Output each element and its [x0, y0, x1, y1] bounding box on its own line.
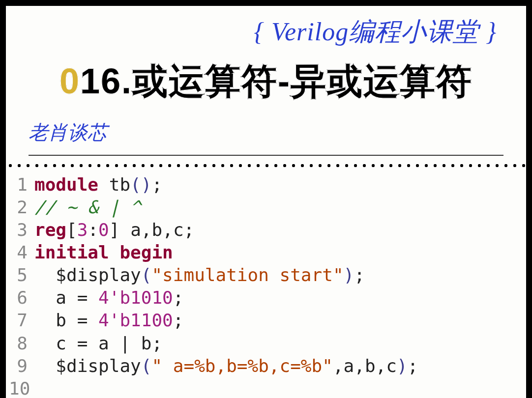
- code-line: 8 c = a | b;: [9, 332, 526, 355]
- code-line: 2// ~ & | ^: [9, 196, 526, 219]
- author-name: 老肖谈芯: [29, 119, 506, 146]
- token-punct: ;: [173, 310, 184, 330]
- token-ident: tb: [98, 174, 130, 195]
- line-number: 9: [9, 355, 34, 377]
- code-content: $display("simulation start");: [34, 264, 365, 286]
- token-punct: ,: [162, 220, 173, 240]
- code-line: 6 a = 4'b1010;: [9, 286, 526, 309]
- token-num: 4'b1010: [98, 287, 173, 308]
- token-ident: a: [119, 220, 141, 240]
- token-punct: ;: [173, 287, 184, 308]
- line-number: 2: [9, 196, 34, 219]
- token-op: =: [77, 287, 88, 308]
- token-punct: ,: [354, 356, 365, 376]
- token-comment: // ~ & | ^: [34, 197, 141, 217]
- line-number: 8: [9, 332, 34, 355]
- title-text: 16.或运算符-异或运算符: [80, 61, 473, 101]
- token-kw: module: [34, 174, 98, 195]
- token-paren: ): [344, 265, 355, 285]
- token-ident: [34, 356, 56, 376]
- line-number: 10: [9, 377, 34, 398]
- token-ident: b: [365, 356, 376, 376]
- line-number: 4: [9, 241, 34, 264]
- token-op: |: [119, 333, 130, 353]
- dotted-separator: [6, 161, 526, 171]
- line-number: 1: [9, 173, 34, 196]
- line-number: 7: [9, 309, 34, 332]
- code-line: 4initial begin: [9, 241, 526, 264]
- token-kw: initial begin: [34, 242, 173, 262]
- code-line: 7 b = 4'b1100;: [9, 309, 526, 332]
- token-ident: b: [34, 310, 77, 330]
- token-ident: c: [173, 220, 184, 240]
- token-str: "simulation start": [151, 265, 343, 285]
- token-ident: c: [34, 333, 77, 353]
- token-ident: a: [88, 333, 119, 353]
- code-content: initial begin: [34, 241, 173, 264]
- token-punct: ,: [141, 220, 152, 240]
- token-punct: :: [88, 220, 98, 240]
- code-content: reg[3:0] a,b,c;: [34, 219, 194, 241]
- token-punct: ;: [184, 220, 195, 240]
- token-ident: b: [152, 220, 163, 240]
- token-punct: ;: [408, 356, 418, 376]
- token-punct: ;: [151, 333, 162, 353]
- code-line: 10: [9, 377, 526, 398]
- token-kw: reg: [34, 220, 66, 240]
- token-ident: a: [344, 356, 355, 376]
- code-content: // ~ & | ^: [34, 196, 141, 219]
- token-ident: [88, 287, 98, 308]
- code-line: 9 $display(" a=%b,b=%b,c=%b",a,b,c);: [9, 355, 526, 377]
- code-line: 1module tb();: [9, 173, 526, 196]
- line-number: 5: [9, 264, 34, 286]
- token-punct: ;: [151, 174, 162, 195]
- token-ident: c: [386, 356, 397, 376]
- token-op: =: [77, 310, 88, 330]
- token-ident: a: [34, 287, 77, 308]
- token-paren: (: [141, 265, 152, 285]
- code-content: c = a | b;: [34, 332, 162, 355]
- token-sys: $display: [56, 356, 141, 376]
- lesson-title: 016.或运算符-异或运算符: [26, 58, 506, 105]
- token-punct: ,: [333, 356, 344, 376]
- token-num: 0: [98, 220, 109, 240]
- title-leading-zero: 0: [59, 61, 80, 101]
- code-line: 5 $display("simulation start");: [9, 264, 526, 286]
- token-punct: ]: [109, 220, 120, 240]
- divider-line: [29, 155, 503, 156]
- token-ident: b: [130, 333, 151, 353]
- token-paren: (: [141, 356, 152, 376]
- code-block: 1module tb();2// ~ & | ^3reg[3:0] a,b,c;…: [6, 171, 526, 398]
- code-content: module tb();: [34, 173, 162, 196]
- code-line: 3reg[3:0] a,b,c;: [9, 219, 526, 241]
- token-str: " a=%b,b=%b,c=%b": [151, 356, 332, 376]
- line-number: 3: [9, 219, 34, 241]
- token-ident: [88, 310, 98, 330]
- token-punct: [: [66, 220, 77, 240]
- token-sys: $display: [56, 265, 141, 285]
- code-content: b = 4'b1100;: [34, 309, 183, 332]
- code-content: $display(" a=%b,b=%b,c=%b",a,b,c);: [34, 355, 418, 377]
- token-num: 4'b1100: [98, 310, 173, 330]
- token-op: =: [77, 333, 88, 353]
- token-num: 3: [77, 220, 88, 240]
- page-frame: { Verilog编程小课堂 } 016.或运算符-异或运算符 老肖谈芯 1mo…: [0, 0, 532, 398]
- code-content: a = 4'b1010;: [34, 286, 183, 309]
- token-ident: [34, 265, 56, 285]
- token-paren: (): [130, 174, 151, 195]
- token-punct: ;: [354, 265, 365, 285]
- series-title: { Verilog编程小课堂 }: [26, 15, 506, 49]
- token-paren: ): [397, 356, 408, 376]
- header-section: { Verilog编程小课堂 } 016.或运算符-异或运算符 老肖谈芯: [6, 6, 526, 156]
- line-number: 6: [9, 286, 34, 309]
- token-punct: ,: [376, 356, 386, 376]
